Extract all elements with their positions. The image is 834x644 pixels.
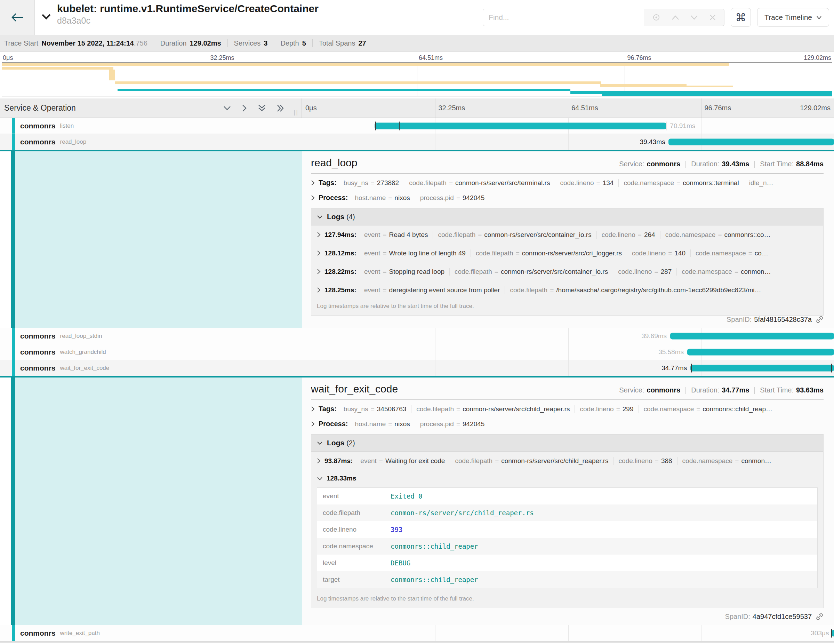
span-duration-label: 303μs — [811, 629, 829, 637]
span-duration-bar[interactable] — [668, 139, 834, 146]
log-pair[interactable]: code.lineno=264 — [596, 231, 660, 239]
span-color-accent — [12, 344, 15, 360]
span-row-read_loop[interactable]: conmonrs read_loop 39.43ms — [0, 134, 834, 151]
copy-span-link-button[interactable] — [816, 613, 824, 621]
log-pair[interactable]: event=deregistering event source from po… — [359, 286, 505, 294]
log-field-key: code.filepath — [317, 505, 388, 521]
timeline-gridline — [435, 99, 435, 118]
process-pair[interactable]: host.name=nixos — [350, 420, 415, 428]
tags-row[interactable]: Tags:busy_ns=273882code.filepath=conmon-… — [311, 175, 824, 190]
locate-icon — [652, 13, 661, 22]
log-entry[interactable]: 128.22ms:event=Stopping read loopcode.fi… — [311, 262, 823, 281]
span-row-watch_grandchild[interactable]: conmonrs watch_grandchild 35.58ms — [0, 344, 834, 360]
log-pair[interactable]: code.lineno=140 — [627, 249, 690, 257]
minimap-tick-label: 64.51ms — [419, 54, 443, 61]
span-duration-label: 34.77ms — [661, 364, 687, 372]
tag-pair[interactable]: code.namespace=conmonrs::terminal — [618, 179, 743, 187]
log-pair[interactable]: code.namespace=conmonrs::co… — [660, 231, 776, 239]
span-duration-bar[interactable] — [687, 349, 834, 355]
log-pair[interactable]: event=Stopping read loop — [359, 268, 449, 275]
timeline-tick-label: 0μs — [305, 104, 317, 112]
minimap-span-bar — [118, 89, 571, 91]
log-entry[interactable]: 93.87ms:event=Waiting for exit codecode.… — [311, 451, 823, 470]
log-entry-header[interactable]: 128.33ms — [311, 470, 823, 487]
span-service-name: conmonrs — [20, 348, 56, 356]
tag-pair[interactable]: code.filepath=conmon-rs/server/src/child… — [411, 405, 575, 413]
span-duration-bar[interactable] — [690, 365, 834, 372]
log-pair[interactable]: code.filepath=conmon-rs/server/src/conta… — [449, 268, 613, 275]
log-entry[interactable]: 128.25ms:event=deregistering event sourc… — [311, 281, 823, 299]
tag-pair[interactable]: code.lineno=299 — [575, 405, 638, 413]
span-duration-bar[interactable] — [670, 333, 834, 339]
span-id-row: SpanID: 5faf48165428c37a — [311, 316, 824, 324]
process-row[interactable]: Process:host.name=nixosprocess.pid=94204… — [311, 190, 824, 205]
expand-all-button[interactable] — [276, 104, 285, 112]
log-pair[interactable]: code.lineno=287 — [613, 268, 676, 275]
column-resizer-handle[interactable]: || — [294, 109, 299, 116]
keyboard-shortcuts-button[interactable]: ⌘ — [731, 8, 751, 27]
span-log-tick — [399, 121, 399, 130]
copy-span-link-button[interactable] — [816, 316, 824, 324]
log-pair[interactable]: code.namespace=conmon… — [676, 268, 776, 275]
collapse-one-button[interactable] — [223, 104, 231, 112]
minimap-span-bar — [602, 94, 832, 96]
span-row-read_loop_stdin[interactable]: conmonrs read_loop_stdin 39.69ms — [0, 328, 834, 344]
log-pair[interactable]: code.lineno=388 — [614, 457, 677, 465]
log-pair[interactable]: code.filepath=conmon-rs/server/src/child… — [450, 457, 613, 465]
tag-pair[interactable]: code.lineno=134 — [555, 179, 618, 187]
span-service-name: conmonrs — [20, 332, 56, 340]
span-duration-bar[interactable] — [375, 123, 666, 129]
process-pair[interactable]: process.pid=942045 — [415, 420, 490, 428]
log-entry[interactable]: 128.12ms:event=Wrote log line of length … — [311, 244, 823, 262]
log-pair[interactable]: code.filepath=conmon-rs/server/src/conta… — [433, 231, 596, 239]
process-pair[interactable]: host.name=nixos — [350, 194, 415, 202]
span-log-tick — [666, 121, 666, 130]
log-pair[interactable]: code.namespace=conmon… — [677, 457, 776, 465]
minimap-tick-label: 0μs — [3, 54, 13, 61]
log-pair[interactable]: code.namespace=co… — [690, 249, 773, 257]
tag-pair[interactable]: code.namespace=conmonrs::child_reap… — [638, 405, 777, 413]
tag-pair[interactable]: code.filepath=conmon-rs/server/src/termi… — [404, 179, 555, 187]
log-pair[interactable]: event=Waiting for exit code — [356, 457, 450, 465]
tag-pair[interactable]: busy_ns=34506763 — [339, 405, 411, 413]
chevron-right-icon — [311, 421, 315, 427]
logs-section: Logs(4) 127.94ms:event=Read 4 bytescode.… — [311, 208, 824, 316]
span-log-tick — [831, 629, 832, 638]
find-input[interactable] — [483, 9, 644, 26]
log-pair[interactable]: code.filepath=conmon-rs/server/src/cri_l… — [470, 249, 627, 257]
expand-one-button[interactable] — [242, 104, 247, 112]
detail-meta-item: Service:conmonrs — [619, 160, 680, 168]
find-next-button[interactable] — [690, 15, 698, 20]
logs-header[interactable]: Logs(2) — [311, 435, 823, 451]
tag-pair[interactable]: idle_n… — [744, 179, 778, 187]
chevron-down-icon — [816, 16, 822, 19]
log-pair[interactable]: code.filepath=/home/sascha/.cargo/regist… — [505, 286, 766, 294]
find-prev-button[interactable] — [671, 15, 680, 20]
log-pair[interactable]: event=Wrote log line of length 49 — [359, 249, 470, 257]
process-pair[interactable]: process.pid=942045 — [415, 194, 490, 202]
span-log-tick — [375, 121, 376, 130]
clear-find-button[interactable] — [709, 14, 716, 21]
span-row-wait_for_exit_code[interactable]: conmonrs wait_for_exit_code 34.77ms — [0, 360, 834, 377]
trace-depth: Depth5 — [280, 39, 306, 47]
span-row-write_exit_path[interactable]: conmonrs write_exit_path 303μs — [0, 625, 834, 641]
minimap-canvas[interactable] — [2, 62, 832, 96]
collapse-trace-header-button[interactable] — [41, 12, 52, 22]
timeline-gridline — [701, 99, 701, 118]
trace-view-selector-button[interactable]: Trace Timeline — [757, 8, 829, 27]
locate-span-button[interactable] — [652, 13, 661, 22]
process-row[interactable]: Process:host.name=nixosprocess.pid=94204… — [311, 416, 824, 431]
timeline-tick-label: 96.76ms — [705, 104, 731, 112]
back-button[interactable] — [0, 0, 35, 35]
logs-header[interactable]: Logs(4) — [311, 209, 823, 225]
log-pair[interactable]: event=Read 4 bytes — [359, 231, 433, 239]
collapse-all-button[interactable] — [258, 104, 266, 112]
tags-row[interactable]: Tags:busy_ns=34506763code.filepath=conmo… — [311, 401, 824, 416]
log-entry[interactable]: 127.94ms:event=Read 4 bytescode.filepath… — [311, 225, 823, 244]
minimap-gridline — [210, 63, 210, 96]
log-field-row: code.namespaceconmonrs::child_reaper — [317, 538, 818, 555]
span-row-listen[interactable]: conmonrs listen 70.91ms — [0, 118, 834, 134]
minimap-span-bar — [571, 91, 832, 94]
span-duration-bar[interactable] — [832, 630, 834, 636]
tag-pair[interactable]: busy_ns=273882 — [339, 179, 404, 187]
